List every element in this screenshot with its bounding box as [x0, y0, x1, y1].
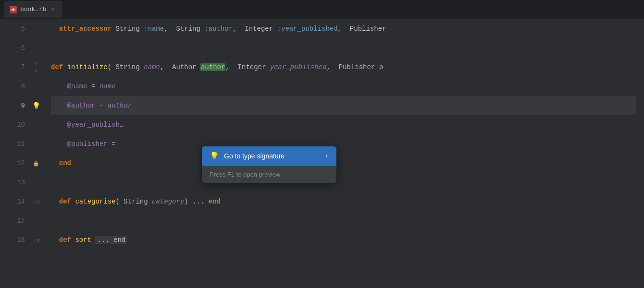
code-content: def sort ... end — [51, 230, 127, 250]
code-line-13 — [51, 173, 636, 192]
code-content: def categorise( String category) ... end — [51, 192, 221, 211]
line-number: 9 — [4, 96, 25, 115]
gutter-line-18[interactable]: ↓ ⊞ — [29, 230, 43, 250]
code-line-9: @author = author — [51, 96, 636, 115]
line-number: 17 — [4, 211, 25, 230]
file-tab[interactable]: rb book.rb × — [4, 1, 62, 18]
bulb-icon[interactable]: 💡 — [32, 102, 40, 110]
arrow-down-icon-14[interactable]: ↓ — [32, 199, 36, 204]
popup-secondary-item: Press F1 to open preview — [202, 166, 336, 183]
gutter-line-14[interactable]: ↓ ⊞ — [29, 192, 43, 211]
gutter-line-12: 🔒 — [29, 154, 43, 173]
tab-close-button[interactable]: × — [50, 6, 56, 13]
arrow-down-icon[interactable]: ↓ — [35, 68, 38, 73]
collapse-icon-14[interactable]: ⊞ — [37, 199, 40, 205]
code-line-14: def categorise( String category) ... end — [51, 192, 636, 211]
line-number: 6 — [4, 38, 25, 58]
popup-menu: 💡 Go to type signature › Press F1 to ope… — [202, 146, 336, 183]
line-number: 11 — [4, 134, 25, 154]
code-content: @author = author — [51, 96, 132, 115]
popup-primary-label: Go to type signature — [224, 152, 285, 160]
gutter-line-11 — [29, 134, 43, 154]
line-number: 8 — [4, 77, 25, 96]
gutter-line-9[interactable]: 💡 — [29, 96, 43, 115]
lock-icon: 🔒 — [33, 160, 39, 167]
tab-filename: book.rb — [20, 6, 47, 13]
gutter-line-7[interactable]: ↑ ↓ — [29, 58, 43, 77]
code-content: @name = name — [51, 77, 115, 96]
code-line-17 — [51, 211, 636, 230]
line-numbers: 5 6 7 8 9 10 11 12 13 14 17 18 — [0, 19, 29, 288]
line-number: 7 — [4, 58, 25, 77]
line-number: 10 — [4, 115, 25, 134]
popup-chevron-icon: › — [325, 152, 329, 160]
line-number: 12 — [4, 154, 25, 173]
popup-container: 💡 Go to type signature › Press F1 to ope… — [202, 146, 336, 183]
code-content: @year_publish… — [51, 115, 124, 134]
code-line-12: end — [51, 154, 636, 173]
line-number: 5 — [4, 19, 25, 38]
gutter-line-8 — [29, 77, 43, 96]
code-content: def initialize( String name, Author auth… — [51, 58, 383, 77]
line-number: 18 — [4, 230, 25, 250]
code-content: attr_accessor String :name, String :auth… — [51, 19, 386, 38]
ruby-file-icon: rb — [10, 6, 17, 13]
line-number: 14 — [4, 192, 25, 211]
gutter: ↑ ↓ 💡 🔒 ↓ ⊞ ↓ ⊞ — [29, 19, 43, 288]
code-content: end — [51, 154, 71, 173]
gutter-line-17 — [29, 211, 43, 230]
code-line-10: @year_publish… — [51, 115, 636, 134]
run-icon[interactable]: ↑ — [35, 61, 38, 67]
popup-primary-item[interactable]: 💡 Go to type signature › — [202, 146, 336, 166]
gutter-line-6 — [29, 38, 43, 58]
code-line-8: @name = name — [51, 77, 636, 96]
arrow-down-icon-18[interactable]: ↓ — [32, 237, 36, 243]
code-line-5: attr_accessor String :name, String :auth… — [51, 19, 636, 38]
code-line-7: def initialize( String name, Author auth… — [51, 58, 636, 77]
gutter-line-13 — [29, 173, 43, 192]
gutter-line-5 — [29, 19, 43, 38]
line-number: 13 — [4, 173, 25, 192]
gutter-line-10 — [29, 115, 43, 134]
code-line-18: def sort ... end — [51, 230, 636, 250]
popup-bulb-icon: 💡 — [210, 151, 219, 161]
code-content: @publisher = — [51, 134, 115, 154]
collapse-icon-18[interactable]: ⊞ — [37, 237, 40, 243]
editor-area: 5 6 7 8 9 10 11 12 13 14 17 18 ↑ ↓ 💡 — [0, 19, 644, 288]
code-line-11: @publisher = — [51, 134, 636, 154]
tab-bar: rb book.rb × — [0, 0, 644, 19]
code-line-6 — [51, 38, 636, 58]
code-area: attr_accessor String :name, String :auth… — [43, 19, 644, 288]
